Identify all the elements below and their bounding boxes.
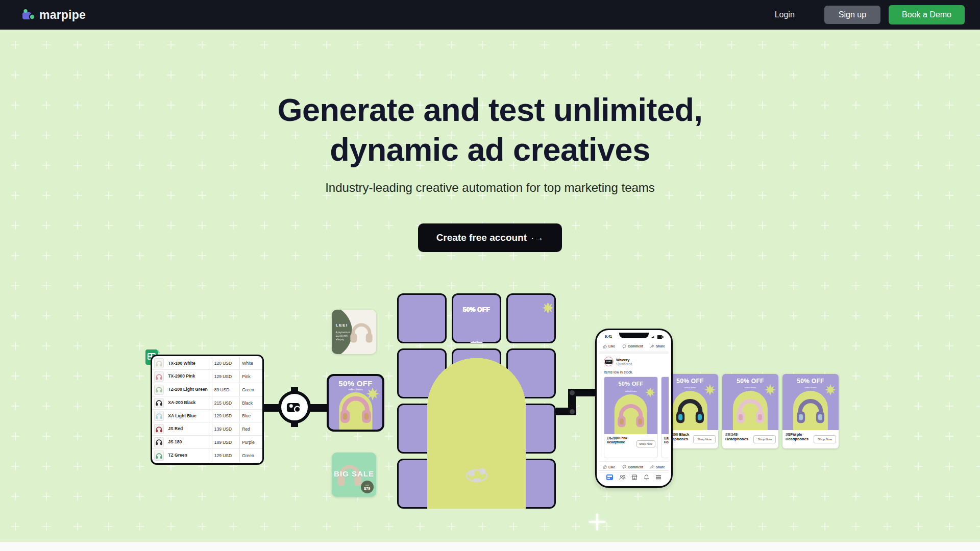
ad-image: 50% OFF select items — [604, 377, 657, 434]
share-label: Share — [656, 344, 665, 348]
comment-action: Comment — [622, 465, 643, 469]
post-text: Items low in stock. — [604, 370, 633, 374]
share-action: Share — [650, 344, 665, 348]
headphones-icon — [155, 386, 163, 393]
brand[interactable]: marpipe — [21, 8, 86, 22]
price-badge: now $79 — [361, 481, 374, 493]
like-label: Like — [608, 465, 615, 469]
like-action: Like — [603, 344, 615, 348]
comment-label: Comment — [628, 344, 643, 348]
carousel-card: 50% OFF select items — [604, 377, 658, 458]
ad-subtext: select items — [662, 390, 669, 392]
menu-icon — [655, 475, 662, 480]
product-name-cell: JS Red — [166, 427, 211, 431]
navbar: marpipe Login Sign up Book a Demo — [0, 0, 980, 30]
hero-section: Generate and test unlimited, dynamic ad … — [0, 30, 980, 542]
comment-icon — [622, 344, 626, 348]
product-price: $99.00 — [786, 433, 796, 436]
signup-button[interactable]: Sign up — [824, 6, 880, 24]
product-thumbnail — [152, 385, 166, 395]
feed-icon — [606, 474, 613, 480]
advertiser-name: Wavery — [616, 358, 632, 362]
ad-headline: 50% OFF — [604, 381, 657, 387]
product-price-cell: 129 USD — [212, 370, 240, 383]
big-sale-ad-card: BIG SALE now $79 — [332, 453, 376, 497]
starburst-icon — [825, 384, 836, 395]
product-price: $129.00 — [725, 433, 738, 436]
ad-footer: JS 149 Headphones $129.00 Shop Now — [722, 430, 778, 448]
product-name-cell: TZ Green — [166, 453, 211, 458]
product-data-table: TX-100 White 120 USD White TX-2000 Pink … — [151, 355, 264, 465]
arch-shape — [506, 459, 526, 509]
ad-footer: JSPurple Headphones $99.00 Shop Now — [782, 430, 839, 448]
headphones-icon — [155, 360, 163, 367]
advertiser-info: Wavery Sponsored — [616, 358, 632, 366]
table-row: XA Light Blue 129 USD Blue — [152, 410, 262, 422]
headphones-icon — [733, 397, 767, 424]
next-section-edge — [0, 542, 980, 551]
friends-icon — [619, 474, 626, 480]
headphones-icon — [615, 402, 647, 429]
product-name-cell: XA-200 Black — [166, 400, 211, 405]
product-name-cell: TX-100 White — [166, 361, 211, 366]
book-demo-button[interactable]: Book a Demo — [889, 5, 965, 24]
badge-top-text: now — [365, 484, 369, 486]
ad-image: 50% OFF select items — [722, 374, 778, 430]
retargeting-ad-card: 50% OFF select items JSPurple Headphones… — [782, 374, 839, 448]
share-action: Share — [650, 465, 665, 469]
product-thumbnail — [152, 371, 166, 382]
status-icons — [650, 335, 664, 339]
product-thumbnail — [152, 424, 166, 434]
product-color-cell: Purple — [239, 436, 262, 448]
product-color-cell: Green — [239, 384, 262, 396]
table-row: TZ-100 Light Green 89 USD Green — [152, 384, 262, 396]
product-color-cell: White — [239, 357, 262, 369]
share-icon — [650, 344, 654, 348]
table-row: JS Red 139 USD Red — [152, 423, 262, 436]
headphones-icon — [155, 426, 163, 433]
phone-bottom-nav — [599, 470, 669, 484]
product-price-cell: 189 USD — [212, 436, 240, 448]
shop-now-button: Shop Now — [636, 440, 655, 447]
ad-headline: 50% OFF — [329, 379, 382, 388]
retargeting-ad-card: 50% OFF select items JS 149 Headphones $… — [722, 374, 778, 448]
camera-icon — [286, 401, 303, 414]
product-price-cell: 215 USD — [212, 397, 240, 409]
product-name-cell: TZ-100 Light Green — [166, 387, 211, 392]
connector-tick — [291, 423, 298, 427]
comment-label: Comment — [628, 465, 643, 469]
marketplace-icon — [631, 474, 638, 480]
product-color-cell: Green — [239, 449, 262, 462]
ad-image: 50% OFF select items — [662, 377, 669, 434]
starburst-icon — [645, 387, 655, 397]
product-thumbnail — [152, 358, 166, 368]
leei-brand: LEEI — [336, 323, 348, 328]
brand-name: marpipe — [39, 8, 86, 22]
status-time: 9:41 — [605, 335, 612, 338]
shop-now-button: Shop Now — [693, 435, 716, 443]
connector-node — [570, 390, 575, 395]
ad-headline: 50% OFF — [662, 381, 669, 387]
big-sale-title: BIG SALE — [332, 469, 376, 478]
phone-notch — [619, 333, 649, 338]
headphones-icon — [155, 453, 163, 459]
ad-variants-grid: 50% OFF select items 50% OFF select item… — [397, 293, 556, 509]
product-price-cell: 89 USD — [212, 384, 240, 396]
product-thumbnail — [152, 437, 166, 447]
headphones-icon — [155, 439, 163, 445]
product-color-cell: Blue — [239, 410, 262, 422]
carousel-card: 50% OFF select items — [661, 377, 669, 458]
connector-node — [570, 409, 575, 414]
avatar-brand: LEEI — [605, 360, 612, 364]
advertiser-avatar: LEEI — [604, 357, 614, 366]
starburst-icon — [765, 384, 776, 395]
phone-screen: 9:41 Like Comment Sh — [599, 333, 669, 484]
headphones-icon — [337, 394, 374, 424]
ad-variant-card: 50% OFF select items — [506, 459, 556, 509]
leei-text: afterpay — [336, 338, 344, 341]
login-link[interactable]: Login — [775, 10, 795, 19]
table-row: TX-2000 Pink 129 USD Pink — [152, 370, 262, 383]
table-row: XA-200 Black 215 USD Black — [152, 397, 262, 410]
product-price: $129.00 — [664, 437, 669, 440]
featured-ad-card: 50% OFF select items — [327, 374, 384, 432]
